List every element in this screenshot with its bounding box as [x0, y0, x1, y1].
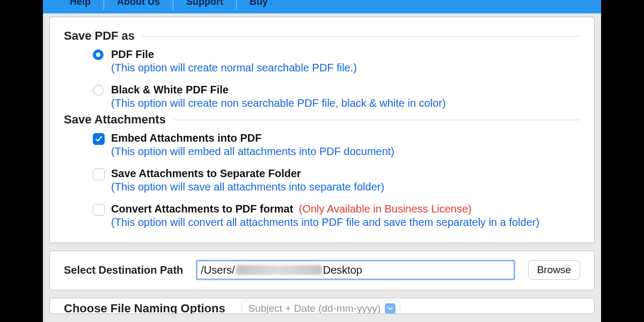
- destination-row: Select Destination Path /Users/ Desktop …: [64, 260, 580, 280]
- heading-rule: [142, 36, 580, 36]
- destination-panel: Select Destination Path /Users/ Desktop …: [49, 251, 595, 290]
- nav-separator: [173, 0, 173, 10]
- option-label: PDF File: [111, 48, 154, 60]
- top-nav: Help About Us Support Buy: [43, 0, 601, 13]
- radio-bw-pdf-file[interactable]: [93, 85, 105, 97]
- checkbox-icon: [93, 169, 105, 180]
- file-naming-value: Subject + Date (dd-mm-yyyy): [248, 303, 381, 314]
- save-attachments-heading: Save Attachments: [64, 113, 166, 127]
- nav-about-us[interactable]: About Us: [106, 0, 171, 6]
- nav-separator: [104, 0, 104, 10]
- main-content: Save PDF as PDF File (This option will c…: [43, 13, 601, 314]
- nav-buy[interactable]: Buy: [239, 0, 279, 6]
- file-naming-panel: Choose File Naming Options Subject + Dat…: [49, 298, 595, 314]
- nav-help[interactable]: Help: [59, 0, 101, 6]
- option-description: (This option will create normal searchab…: [111, 62, 580, 74]
- destination-path-input[interactable]: /Users/ Desktop: [196, 260, 515, 280]
- file-naming-label: Choose File Naming Options: [64, 302, 225, 314]
- checkbox-icon: [93, 204, 105, 216]
- save-attachments-options: Embed Attachments into PDF (This option …: [64, 132, 580, 229]
- checkbox-convert-attachments[interactable]: [93, 204, 105, 216]
- app-window: Help About Us Support Buy Save PDF as PD…: [43, 0, 601, 322]
- checkbox-embed-attachments[interactable]: [93, 133, 105, 145]
- nav-separator: [236, 0, 237, 10]
- check-icon: [95, 135, 103, 143]
- destination-label: Select Destination Path: [64, 264, 183, 276]
- file-naming-select[interactable]: Subject + Date (dd-mm-yyyy): [241, 300, 401, 314]
- browse-button[interactable]: Browse: [528, 260, 580, 280]
- radio-icon: [93, 85, 104, 96]
- option-text: Embed Attachments into PDF (This option …: [111, 132, 580, 158]
- option-description: (This option will save all attachments i…: [111, 181, 580, 193]
- option-description: (This option will create non searchable …: [111, 97, 580, 109]
- option-text: Save Attachments to Separate Folder (Thi…: [111, 167, 580, 193]
- option-text: Black & White PDF File (This option will…: [111, 84, 580, 109]
- option-description: (This option will embed all attachments …: [111, 145, 580, 158]
- option-convert-attachments[interactable]: Convert Attachments to PDF format (Only …: [93, 203, 580, 229]
- radio-icon: [93, 49, 104, 60]
- license-badge: (Only Available in Business License): [299, 203, 472, 215]
- path-redacted-segment: [236, 265, 322, 275]
- option-bw-pdf-file[interactable]: Black & White PDF File (This option will…: [93, 84, 580, 109]
- heading-rule: [173, 120, 580, 120]
- option-text: Convert Attachments to PDF format (Only …: [111, 203, 580, 229]
- save-pdf-options: PDF File (This option will create normal…: [64, 48, 580, 109]
- option-text: PDF File (This option will create normal…: [111, 48, 580, 74]
- nav-support[interactable]: Support: [175, 0, 234, 6]
- option-description: (This option will convert all attachment…: [111, 216, 580, 229]
- option-separate-folder[interactable]: Save Attachments to Separate Folder (Thi…: [93, 167, 580, 193]
- option-pdf-file[interactable]: PDF File (This option will create normal…: [93, 48, 580, 74]
- radio-pdf-file[interactable]: [93, 49, 105, 61]
- save-attachments-heading-row: Save Attachments: [64, 113, 580, 127]
- option-label: Black & White PDF File: [111, 84, 229, 96]
- path-suffix: Desktop: [323, 264, 362, 276]
- option-label: Embed Attachments into PDF: [111, 132, 261, 144]
- chevron-down-icon: [385, 303, 396, 314]
- path-prefix: /Users/: [201, 264, 235, 276]
- pdf-options-panel: Save PDF as PDF File (This option will c…: [49, 17, 595, 243]
- option-embed-attachments[interactable]: Embed Attachments into PDF (This option …: [93, 132, 580, 158]
- option-label: Convert Attachments to PDF format: [111, 203, 293, 215]
- save-pdf-heading-row: Save PDF as: [64, 29, 580, 43]
- checkbox-separate-folder[interactable]: [93, 169, 105, 180]
- option-label: Save Attachments to Separate Folder: [111, 167, 301, 179]
- checkbox-icon: [93, 133, 105, 145]
- save-pdf-heading: Save PDF as: [64, 29, 135, 43]
